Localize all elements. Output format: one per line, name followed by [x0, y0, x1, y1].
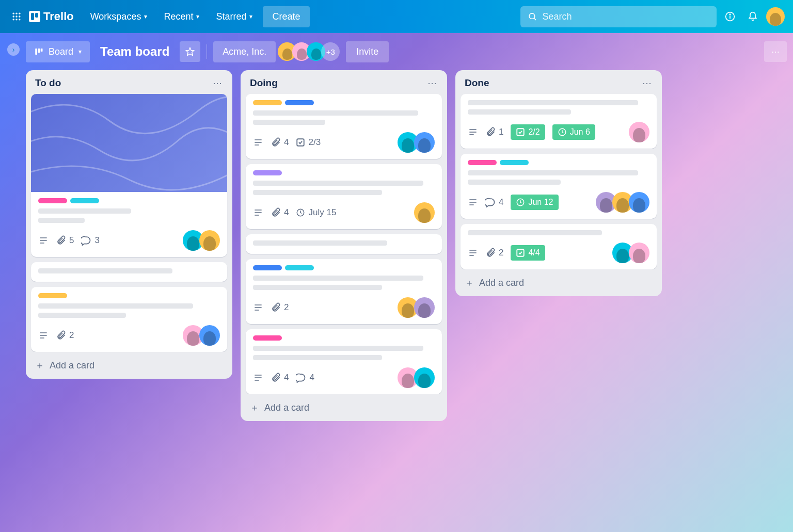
list-cards[interactable]: 532	[26, 94, 232, 352]
attachments-badge: 2	[56, 330, 74, 341]
member-avatar[interactable]	[414, 297, 435, 318]
placeholder-line	[253, 285, 382, 290]
label[interactable]	[253, 335, 282, 341]
placeholder-line	[253, 346, 423, 351]
add-card-button[interactable]: ＋Add a card	[241, 394, 447, 421]
board-icon	[34, 47, 43, 56]
apps-menu-icon[interactable]	[8, 8, 25, 25]
checklist-complete-badge: 2/2	[511, 124, 545, 140]
search-box[interactable]	[520, 6, 717, 27]
attachments-badge: 4	[271, 207, 289, 218]
card-title-placeholder	[253, 181, 435, 195]
description-icon	[38, 235, 49, 246]
member-avatar[interactable]	[414, 132, 435, 153]
svg-point-9	[529, 13, 535, 19]
placeholder-line	[38, 218, 85, 223]
workspace-button[interactable]: Acme, Inc.	[213, 41, 276, 62]
nav-starred[interactable]: Starred ▾	[210, 7, 259, 26]
placeholder-line	[468, 230, 602, 235]
chevron-down-icon: ▾	[249, 13, 252, 20]
notifications-icon[interactable]	[743, 7, 762, 26]
card-body: 53	[31, 192, 227, 257]
label[interactable]	[285, 100, 314, 105]
sidebar-expand-button[interactable]: ›	[7, 43, 20, 56]
board-title[interactable]: Team board	[96, 44, 173, 59]
add-card-label: Add a card	[479, 278, 524, 288]
comments-badge: 4	[485, 197, 503, 207]
attachments-badge: 2	[271, 302, 289, 313]
card[interactable]: 2	[246, 259, 442, 324]
label[interactable]	[38, 198, 67, 203]
card-title-placeholder	[38, 208, 220, 223]
label[interactable]	[500, 160, 529, 165]
label[interactable]	[70, 198, 99, 203]
nav-workspaces[interactable]: Workspaces ▾	[84, 7, 154, 26]
member-avatar[interactable]	[629, 122, 649, 142]
label[interactable]	[253, 170, 282, 175]
member-avatar[interactable]	[629, 192, 649, 213]
svg-point-1	[15, 13, 17, 14]
label[interactable]	[468, 160, 497, 165]
member-avatar[interactable]	[629, 243, 649, 263]
create-button[interactable]: Create	[263, 6, 309, 27]
card[interactable]: 53	[31, 94, 227, 257]
list: Doing ⋯42/34July 15244＋Add a card	[241, 70, 447, 421]
star-button[interactable]	[180, 41, 200, 62]
card-labels	[253, 265, 435, 270]
card-members	[633, 122, 649, 142]
list-title[interactable]: Doing	[250, 77, 278, 89]
board-view-switcher[interactable]: Board ▾	[26, 41, 90, 62]
member-avatar[interactable]	[414, 367, 435, 388]
list-title[interactable]: Done	[465, 77, 489, 89]
top-nav: Trello Workspaces ▾ Recent ▾ Starred ▾ C…	[0, 0, 793, 33]
card-body: 2	[31, 287, 227, 352]
card-footer: 4July 15	[253, 202, 435, 223]
user-avatar[interactable]	[766, 7, 785, 26]
label[interactable]	[285, 265, 314, 270]
card[interactable]: 12/2Jun 6	[461, 94, 657, 149]
logo[interactable]: Trello	[29, 10, 74, 23]
card[interactable]: 2	[31, 287, 227, 352]
card-labels	[253, 170, 435, 175]
board-bar: › Board ▾ Team board Acme, Inc. +3 Invit…	[0, 33, 793, 70]
member-avatar[interactable]	[199, 230, 220, 251]
list-menu-button[interactable]: ⋯	[213, 77, 223, 89]
card-badges: 4July 15	[253, 207, 336, 218]
nav-recent[interactable]: Recent ▾	[157, 7, 205, 26]
list-cards[interactable]: 12/2Jun 64Jun 1224/4	[455, 94, 662, 269]
placeholder-line	[253, 276, 423, 281]
chevron-down-icon: ▾	[144, 13, 147, 20]
card[interactable]: 44	[246, 329, 442, 394]
info-icon[interactable]	[721, 7, 739, 26]
card[interactable]: 42/3	[246, 94, 442, 159]
list-menu-button[interactable]: ⋯	[427, 77, 438, 89]
list-title[interactable]: To do	[35, 77, 61, 89]
card-title-placeholder	[253, 276, 435, 290]
card[interactable]: 4Jun 12	[461, 154, 657, 219]
list-menu-button[interactable]: ⋯	[642, 77, 653, 89]
board-members[interactable]: +3	[282, 42, 340, 61]
card[interactable]	[246, 234, 442, 254]
card[interactable]: 4July 15	[246, 164, 442, 229]
invite-button[interactable]: Invite	[346, 41, 389, 62]
card-body: 2	[246, 259, 442, 324]
card-body: 4July 15	[246, 164, 442, 229]
member-overflow-count[interactable]: +3	[321, 42, 340, 61]
label[interactable]	[38, 293, 67, 298]
card-body: 4Jun 12	[461, 154, 657, 219]
card[interactable]	[31, 262, 227, 282]
member-avatar[interactable]	[199, 325, 220, 346]
card-title-placeholder	[468, 170, 649, 185]
board-menu-button[interactable]: ⋯	[764, 41, 787, 62]
search-input[interactable]	[542, 11, 709, 22]
label[interactable]	[253, 265, 282, 270]
list-cards[interactable]: 42/34July 15244	[241, 94, 447, 394]
board-canvas[interactable]: To do ⋯532＋Add a cardDoing ⋯42/34July 15…	[0, 70, 793, 532]
card[interactable]: 24/4	[461, 224, 657, 269]
add-card-button[interactable]: ＋Add a card	[455, 269, 662, 296]
card-labels	[468, 160, 649, 165]
add-card-button[interactable]: ＋Add a card	[26, 352, 232, 379]
label[interactable]	[253, 100, 282, 105]
svg-rect-14	[35, 49, 37, 55]
member-avatar[interactable]	[414, 202, 435, 223]
